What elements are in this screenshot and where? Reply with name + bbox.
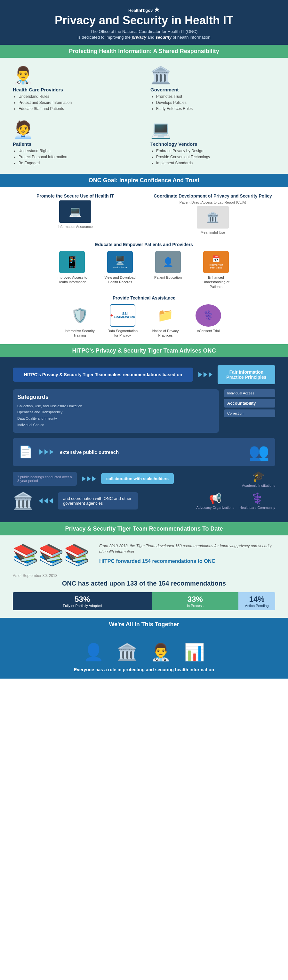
edu-label-download: View and Download Health Records xyxy=(101,275,139,285)
chevron-icon xyxy=(44,498,48,503)
tech-vendors-icon: 💻 xyxy=(150,120,171,139)
safeguards-title: Safeguards xyxy=(17,394,214,401)
arrow-block xyxy=(198,372,213,377)
healthcare-providers-bullets: Understand Rules Protect and Secure Info… xyxy=(13,94,72,112)
bullet-item: Be Engaged xyxy=(19,160,67,166)
goal-secure-use: Promote the Secure Use of Health IT 💻 In… xyxy=(10,193,141,234)
academic-label: Academic Institutions xyxy=(242,484,275,487)
entity-tech-vendors: 💻 Technology Vendors Embrace Privacy by … xyxy=(150,120,275,167)
accountability-items: Individual Access Accountability Correct… xyxy=(224,389,275,433)
progress-bar: 53% Fully or Partially Adopted 33% In Pr… xyxy=(13,592,275,610)
tech-item-econsent: ⚕️ eConsent Trial xyxy=(191,304,226,338)
tech-item-security: 🛡️ Interactive Security Training xyxy=(62,304,97,338)
bullet-item: Promotes Trust xyxy=(156,94,193,100)
hearings-arrows xyxy=(82,476,96,481)
edu-item-enhanced: 📅 Today's Visit Past Visits Enhanced Und… xyxy=(197,251,235,289)
chevron-icon xyxy=(209,372,213,377)
bullet-item: Understand Rules xyxy=(19,94,72,100)
safeguard-item: Individual Choice xyxy=(17,422,214,428)
tech-label-si: Data Segmentation for Privacy xyxy=(105,329,140,338)
goal-right-title: Coordinate Development of Privacy and Se… xyxy=(154,193,272,199)
folder-icon: 📁 xyxy=(153,304,178,327)
govt-text: and coordination with ONC and other gove… xyxy=(58,492,138,509)
patients-bullets: Understand Rights Protect Personal Infor… xyxy=(13,148,67,167)
collab-label: collaboration with stakeholders xyxy=(101,473,174,484)
rec-highlight: HITPC forwarded 154 recommendations to O… xyxy=(99,558,275,565)
entity-grid: 👨‍⚕️ Health Care Providers Understand Ru… xyxy=(13,65,275,166)
tech-label-econsent: eConsent Trial xyxy=(197,329,220,333)
edu-section: Educate and Empower Patients and Provide… xyxy=(10,242,278,289)
safeguards-box: Safeguards Collection, Use, and Disclosu… xyxy=(13,389,219,433)
government-building-icon: 🏛️ xyxy=(13,491,34,511)
section1-header: Protecting Health Information: A Shared … xyxy=(0,45,288,58)
capitol-icon: 🏛️ xyxy=(197,206,229,229)
tech-label-privacy: Notice of Privacy Practices xyxy=(148,329,183,338)
section3-header: HITPC's Privacy & Security Tiger Team Ad… xyxy=(0,344,288,357)
entity-government: 🏛️ Government Promotes Trust Develops Po… xyxy=(150,65,275,112)
section4-body: 📚📚📚 From 2010-2013, the Tiger Team devel… xyxy=(0,535,288,618)
government-bullets: Promotes Trust Develops Policies Fairly … xyxy=(150,94,193,112)
rec-acted: ONC has acted upon 133 of the 154 recomm… xyxy=(13,580,275,587)
tech-label-security: Interactive Security Training xyxy=(62,329,97,338)
goal-left-label: Information Assurance xyxy=(58,225,93,229)
bullet-item: Provide Convenient Technology xyxy=(156,154,210,160)
section1-body: 👨‍⚕️ Health Care Providers Understand Ru… xyxy=(0,58,288,174)
patients-title: Patients xyxy=(13,141,31,147)
section5-body: 👤 🏛️ 👨‍⚕️ 📊 Everyone has a role in prote… xyxy=(0,631,288,679)
edu-item-access: 📱 Improved Access to Health Information xyxy=(53,251,91,289)
tech-vendors-title: Technology Vendors xyxy=(150,141,197,147)
patient-icon: 👤 xyxy=(155,251,181,273)
healthcare-providers-title: Health Care Providers xyxy=(13,87,63,92)
edu-label-patient: Patient Education xyxy=(154,275,182,280)
govt-section: 🏛️ and coordination with ONC and other g… xyxy=(13,491,275,511)
chevron-icon xyxy=(49,498,53,503)
acc-correction: Correction xyxy=(224,409,275,417)
together-footer: Everyone has a role in protecting and se… xyxy=(13,667,275,672)
rec-date: As of September 30, 2013, xyxy=(13,573,275,578)
stakeholder-academic: 🎓 Academic Institutions xyxy=(242,470,275,487)
bullet-item: Embrace Privacy by Design xyxy=(156,148,210,154)
chevron-icon xyxy=(82,476,86,481)
logo-text: HealthIT.gov xyxy=(128,8,153,13)
page-header: HealthIT.gov ★ Privacy and Security in H… xyxy=(0,0,288,45)
chevron-icon xyxy=(87,476,91,481)
progress-segment-adopted: 53% Fully or Partially Adopted xyxy=(13,592,152,610)
together-icons: 👤 🏛️ 👨‍⚕️ 📊 xyxy=(13,643,275,662)
fair-info-box: Fair Information Practice Principles xyxy=(218,365,275,384)
section3-body: HITPC's Privacy & Security Tiger Team ma… xyxy=(0,357,288,522)
edu-item-download: 🖥️ Health Portal View and Download Healt… xyxy=(101,251,139,289)
laptop-icon: 💻 xyxy=(59,200,91,223)
shield-icon: 🛡️ xyxy=(67,304,93,327)
audience-icon: 👥 xyxy=(249,442,269,462)
tiger-makes-label: HITPC's Privacy & Security Tiger Team ma… xyxy=(13,368,193,382)
goal-left-title: Promote the Secure Use of Health IT xyxy=(37,193,114,199)
chevron-left-icon xyxy=(39,449,43,455)
person-icon: 👤 xyxy=(83,643,104,662)
safeguard-item: Openness and Transparency xyxy=(17,409,214,415)
today-visit-icon: 📅 Today's Visit Past Visits xyxy=(203,251,229,273)
healthcare-community-icon: ⚕️ xyxy=(251,492,264,504)
rec-desc: From 2010-2013, the Tiger Team developed… xyxy=(99,543,275,555)
outreach-arrows xyxy=(39,449,53,455)
goal-right-subtitle: Patient Direct Access to Lab Report (CLI… xyxy=(179,200,246,204)
bullet-item: Implement Standards xyxy=(156,160,210,166)
advocacy-label: Advocacy Organizations xyxy=(197,506,235,509)
section4-header: Privacy & Security Tiger Team Recommenda… xyxy=(0,522,288,535)
safeguards-items: Collection, Use, and Disclosure Limitati… xyxy=(17,403,214,428)
tech-item-si: ✦ S&IFRAMEWORK Data Segmentation for Pri… xyxy=(105,304,140,338)
safeguards-row: Safeguards Collection, Use, and Disclosu… xyxy=(13,389,275,433)
rec-content: 📚📚📚 From 2010-2013, the Tiger Team devel… xyxy=(13,543,275,567)
bullet-item: Fairly Enforces Rules xyxy=(156,106,193,112)
goal-policy: Coordinate Development of Privacy and Se… xyxy=(147,193,278,234)
edu-icons-row: 📱 Improved Access to Health Information … xyxy=(10,251,278,289)
econsent-icon: ⚕️ xyxy=(195,304,221,327)
tech-title: Provide Technical Assistance xyxy=(10,295,278,301)
healthcare-community-label: Healthcare Community xyxy=(239,506,275,509)
books-icon: 📚📚📚 xyxy=(13,543,90,567)
health-portal-icon: 🖥️ Health Portal xyxy=(107,251,133,273)
patients-icon: 🧑‍💼 xyxy=(13,120,34,139)
progress-segment-pending: 14% Action Pending xyxy=(238,592,275,610)
acc-individual-access: Individual Access xyxy=(224,389,275,397)
logo: HealthIT.gov ★ xyxy=(6,6,282,13)
acc-accountability: Accountability xyxy=(224,399,275,407)
